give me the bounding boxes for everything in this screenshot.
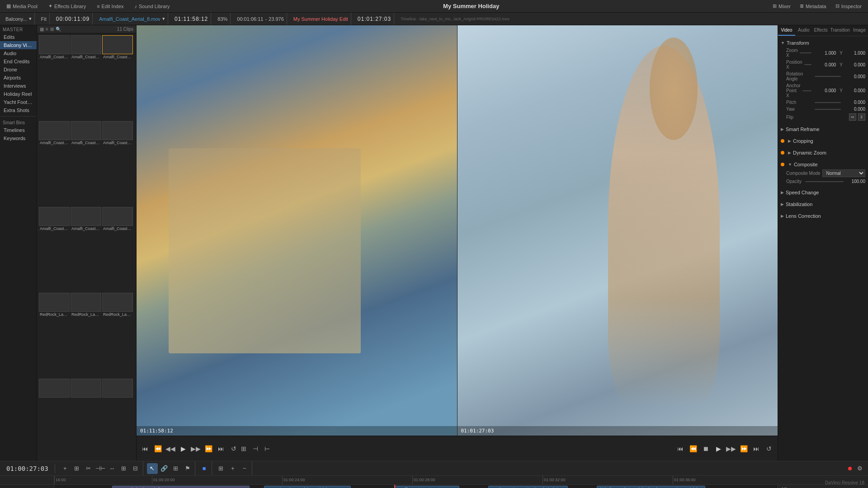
media-clip-7[interactable]: Amalfi_Coast_T...: [71, 207, 101, 292]
clip-amalfi-talent[interactable]: Amalfi_Coast_Ta...: [394, 486, 459, 488]
nav-holiday-reel[interactable]: Holiday Reel: [0, 90, 37, 98]
media-clip-13[interactable]: [71, 379, 101, 459]
tab-inspector[interactable]: ⊟ Inspector: [833, 2, 864, 10]
add-track-button[interactable]: +: [60, 463, 71, 474]
zoom-x-slider[interactable]: [800, 52, 811, 53]
timeline-ruler[interactable]: 16:00 01:00:20:00 01:00:24:00 01:00:28:0…: [54, 476, 868, 485]
mark-in-button[interactable]: ⊣: [250, 444, 260, 454]
tab-metadata[interactable]: ≣ Metadata: [797, 2, 829, 10]
clip-people-running[interactable]: people_running_at_the_beach_in_brig...: [488, 486, 568, 488]
program-monitor[interactable]: 01:01:27:03: [458, 25, 778, 436]
rotation-slider[interactable]: [815, 76, 841, 77]
lens-correction-header[interactable]: ▶ Lens Correction: [781, 212, 865, 220]
nav-end-credits[interactable]: End Credits: [0, 57, 37, 66]
tab-media-pool[interactable]: ▦ Media Pool: [4, 2, 40, 10]
source-loop-button[interactable]: ↺: [229, 444, 239, 454]
media-clip-10[interactable]: RedRock_Land...: [71, 293, 101, 378]
source-skip-start-button[interactable]: ⏮: [140, 444, 150, 454]
stabilization-header[interactable]: ▶ Stabilization: [781, 200, 865, 208]
program-next-frame-button[interactable]: ⏩: [739, 444, 749, 454]
slip-tool[interactable]: ⊞: [118, 463, 129, 474]
flip-v-button[interactable]: ⇕: [858, 113, 865, 121]
media-clip-2[interactable]: Amalfi_Coast_A...: [102, 35, 133, 120]
inspector-tab-image[interactable]: Image: [851, 25, 868, 36]
composite-mode-select[interactable]: Normal: [822, 169, 865, 177]
media-clip-5[interactable]: Amalfi_Coast_T...: [102, 121, 133, 206]
nav-extra-shots[interactable]: Extra Shots: [0, 106, 37, 114]
zoom-out-button[interactable]: −: [239, 463, 250, 474]
yaw-slider[interactable]: [815, 109, 841, 110]
nav-keywords[interactable]: Keywords: [0, 134, 37, 142]
pitch-slider[interactable]: [815, 102, 841, 103]
opacity-slider[interactable]: [805, 181, 844, 182]
nav-yacht-footage[interactable]: Yacht Footage: [0, 98, 37, 106]
anchor-x-slider[interactable]: [802, 90, 812, 91]
slide-tool[interactable]: ⊟: [130, 463, 141, 474]
media-clip-3[interactable]: Amalfi_Coast_T...: [39, 121, 70, 206]
monitor-mode-button[interactable]: ⊞: [239, 444, 249, 454]
inspector-tab-transition[interactable]: Transition: [830, 25, 851, 36]
clip-connect-button[interactable]: ⊞: [170, 463, 181, 474]
color-blue-button[interactable]: ■: [199, 463, 210, 474]
cropping-header[interactable]: ▶ Cropping: [781, 137, 865, 145]
trim-tool[interactable]: ⊣⊢: [95, 463, 106, 474]
clip-mountains-aerial[interactable]: mountains_along_a_lake_aerial_by_Roma...: [264, 486, 351, 488]
source-skip-end-button[interactable]: ⏭: [216, 444, 226, 454]
flip-h-button[interactable]: ⇔: [849, 113, 856, 121]
program-stop-button[interactable]: ⏹: [701, 444, 711, 454]
bin-selector[interactable]: Balcony... ▾: [3, 13, 35, 25]
nav-audio[interactable]: Audio: [0, 49, 37, 57]
media-clip-0[interactable]: Amalfi_Coast_A...: [39, 35, 70, 120]
program-prev-frame-button[interactable]: ⏪: [688, 444, 698, 454]
dynamic-zoom-header[interactable]: ▶ Dynamic Zoom: [781, 149, 865, 157]
ripple-tool[interactable]: ↔: [107, 463, 118, 474]
clip-thick-forest[interactable]: thick_forest_along_a_lake_by_the_mountai…: [597, 486, 705, 488]
timeline-settings-button[interactable]: ⚙: [854, 463, 865, 474]
smart-reframe-header[interactable]: ▶ Smart Reframe: [781, 125, 865, 133]
media-clip-12[interactable]: [39, 379, 70, 459]
nav-interviews[interactable]: Interviews: [0, 82, 37, 90]
nav-balcony-view[interactable]: Balcony View: [0, 41, 37, 49]
speed-change-header[interactable]: ▶ Speed Change: [781, 188, 865, 197]
media-clip-11[interactable]: RedRock_Land...: [102, 293, 133, 378]
source-rewind-button[interactable]: ◀◀: [165, 444, 175, 454]
nav-edits[interactable]: Edits: [0, 33, 37, 41]
source-prev-frame-button[interactable]: ⏪: [153, 444, 163, 454]
source-next-frame-button[interactable]: ⏩: [203, 444, 213, 454]
inspector-tab-effects[interactable]: Effects: [812, 25, 830, 36]
nav-timelines[interactable]: Timelines: [0, 126, 37, 134]
zoom-control[interactable]: Fit: [38, 13, 50, 25]
clip-lower-third[interactable]: Lower 3rd Simple Underline: [112, 486, 250, 488]
media-clip-9[interactable]: RedRock_Land...: [39, 293, 70, 378]
flag-button[interactable]: ⚑: [182, 463, 193, 474]
inspector-tab-video[interactable]: Video: [778, 25, 795, 36]
razor-tool[interactable]: ✂: [83, 463, 94, 474]
composite-header[interactable]: ▼ Composite: [781, 160, 865, 169]
program-skip-end-button[interactable]: ⏭: [751, 444, 761, 454]
transform-section-header[interactable]: ▼ Transform: [781, 39, 865, 47]
cursor-tool[interactable]: ↖: [147, 463, 158, 474]
media-clip-14[interactable]: [102, 379, 133, 459]
position-x-slider[interactable]: [804, 64, 812, 65]
media-clip-4[interactable]: Amalfi_Coast_T...: [71, 121, 101, 206]
tab-effects-library[interactable]: ✦ Effects Library: [46, 2, 89, 10]
program-play-button[interactable]: ▶: [713, 444, 723, 454]
media-clip-6[interactable]: Amalfi_Coast_T...: [39, 207, 70, 292]
tab-mixer[interactable]: ⊞ Mixer: [770, 2, 793, 10]
zoom-in-button[interactable]: +: [227, 463, 238, 474]
source-monitor[interactable]: 01:11:58:12: [137, 25, 458, 436]
clip-selector[interactable]: Amalfi_Coast_Aerial_8.mov ▾: [96, 13, 168, 25]
zoom-fit-button[interactable]: ⊞: [216, 463, 226, 474]
link-button[interactable]: 🔗: [159, 463, 170, 474]
inspector-tab-audio[interactable]: Audio: [795, 25, 812, 36]
source-play-button[interactable]: ▶: [178, 444, 188, 454]
track-select-button[interactable]: ⊞: [71, 463, 82, 474]
source-ff-button[interactable]: ▶▶: [191, 444, 201, 454]
nav-airports[interactable]: Airports: [0, 74, 37, 82]
mark-out-button[interactable]: ⊢: [262, 444, 272, 454]
program-ff-button[interactable]: ▶▶: [726, 444, 736, 454]
program-skip-start-button[interactable]: ⏮: [675, 444, 685, 454]
program-loop-button[interactable]: ↺: [764, 444, 774, 454]
nav-drone[interactable]: Drone: [0, 66, 37, 74]
media-clip-1[interactable]: Amalfi_Coast_A...: [71, 35, 101, 120]
